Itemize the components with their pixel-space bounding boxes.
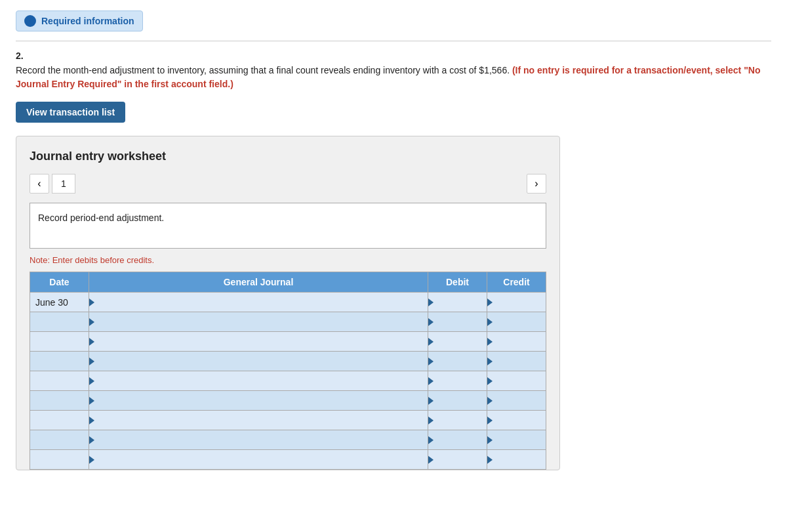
debit-input-2[interactable] — [428, 332, 487, 351]
debit-input-3[interactable] — [428, 352, 487, 371]
journal-cell-0[interactable] — [89, 293, 428, 312]
credit-input-5[interactable] — [487, 391, 546, 410]
journal-input-6[interactable] — [89, 411, 428, 430]
debit-input-0[interactable] — [428, 293, 487, 312]
next-page-button[interactable]: › — [527, 174, 546, 194]
required-banner-text: Required information — [41, 16, 134, 26]
required-banner: ! Required information — [16, 10, 143, 31]
date-cell-6 — [30, 411, 89, 430]
journal-input-4[interactable] — [89, 371, 428, 390]
description-box: Record period-end adjustment. — [30, 203, 546, 249]
credit-cell-0[interactable] — [487, 293, 546, 312]
col-header-date: Date — [30, 272, 89, 293]
navigation-row: ‹ 1 › — [30, 174, 546, 194]
table-row: June 30 — [30, 293, 546, 312]
table-row — [30, 332, 546, 352]
description-text: Record period-end adjustment. — [38, 213, 164, 223]
note-text: Note: Enter debits before credits. — [30, 255, 546, 265]
journal-cell-7[interactable] — [89, 430, 428, 450]
journal-input-7[interactable] — [89, 430, 428, 449]
debit-cell-4[interactable] — [428, 371, 487, 391]
col-header-debit: Debit — [428, 272, 487, 293]
debit-cell-7[interactable] — [428, 430, 487, 450]
journal-input-3[interactable] — [89, 352, 428, 371]
worksheet-title: Journal entry worksheet — [30, 150, 546, 163]
debit-cell-6[interactable] — [428, 411, 487, 430]
credit-input-2[interactable] — [487, 332, 546, 351]
debit-input-1[interactable] — [428, 312, 487, 331]
debit-cell-5[interactable] — [428, 391, 487, 411]
date-cell-1 — [30, 312, 89, 332]
credit-input-7[interactable] — [487, 430, 546, 449]
journal-cell-1[interactable] — [89, 312, 428, 332]
credit-cell-3[interactable] — [487, 352, 546, 371]
journal-table: Date General Journal Debit Credit June 3… — [30, 272, 546, 470]
page-number: 1 — [52, 174, 75, 194]
credit-input-8[interactable] — [487, 450, 546, 469]
date-cell-4 — [30, 371, 89, 391]
debit-cell-1[interactable] — [428, 312, 487, 332]
question-text: Record the month-end adjustment to inven… — [16, 64, 771, 91]
debit-input-4[interactable] — [428, 371, 487, 390]
journal-input-5[interactable] — [89, 391, 428, 410]
table-row — [30, 391, 546, 411]
journal-cell-2[interactable] — [89, 332, 428, 352]
journal-input-1[interactable] — [89, 312, 428, 331]
credit-cell-5[interactable] — [487, 391, 546, 411]
credit-cell-7[interactable] — [487, 430, 546, 450]
credit-input-1[interactable] — [487, 312, 546, 331]
date-cell-2 — [30, 332, 89, 352]
debit-input-8[interactable] — [428, 450, 487, 469]
date-cell-0: June 30 — [30, 293, 89, 312]
credit-input-6[interactable] — [487, 411, 546, 430]
table-header-row: Date General Journal Debit Credit — [30, 272, 546, 293]
table-row — [30, 430, 546, 450]
date-cell-8 — [30, 450, 89, 470]
credit-input-3[interactable] — [487, 352, 546, 371]
journal-input-2[interactable] — [89, 332, 428, 351]
date-cell-7 — [30, 430, 89, 450]
debit-input-5[interactable] — [428, 391, 487, 410]
col-header-credit: Credit — [487, 272, 546, 293]
journal-cell-4[interactable] — [89, 371, 428, 391]
table-row — [30, 352, 546, 371]
journal-cell-8[interactable] — [89, 450, 428, 470]
table-row — [30, 411, 546, 430]
debit-input-6[interactable] — [428, 411, 487, 430]
question-text-before: Record the month-end adjustment to inven… — [16, 65, 512, 75]
credit-input-0[interactable] — [487, 293, 546, 312]
divider — [16, 41, 771, 41]
credit-cell-6[interactable] — [487, 411, 546, 430]
date-cell-3 — [30, 352, 89, 371]
col-header-general-journal: General Journal — [89, 272, 428, 293]
view-transaction-list-button[interactable]: View transaction list — [16, 102, 125, 123]
debit-cell-8[interactable] — [428, 450, 487, 470]
journal-cell-3[interactable] — [89, 352, 428, 371]
worksheet-card: Journal entry worksheet ‹ 1 › Record per… — [16, 136, 560, 470]
date-cell-5 — [30, 391, 89, 411]
credit-input-4[interactable] — [487, 371, 546, 390]
info-icon: ! — [24, 15, 36, 27]
debit-cell-3[interactable] — [428, 352, 487, 371]
credit-cell-8[interactable] — [487, 450, 546, 470]
prev-page-button[interactable]: ‹ — [30, 174, 49, 194]
table-row — [30, 312, 546, 332]
journal-input-8[interactable] — [89, 450, 428, 469]
debit-cell-0[interactable] — [428, 293, 487, 312]
table-row — [30, 371, 546, 391]
credit-cell-1[interactable] — [487, 312, 546, 332]
credit-cell-4[interactable] — [487, 371, 546, 391]
journal-cell-6[interactable] — [89, 411, 428, 430]
question-number: 2. — [16, 51, 771, 61]
journal-cell-5[interactable] — [89, 391, 428, 411]
debit-input-7[interactable] — [428, 430, 487, 449]
journal-input-0[interactable] — [89, 293, 428, 312]
debit-cell-2[interactable] — [428, 332, 487, 352]
table-row — [30, 450, 546, 470]
credit-cell-2[interactable] — [487, 332, 546, 352]
